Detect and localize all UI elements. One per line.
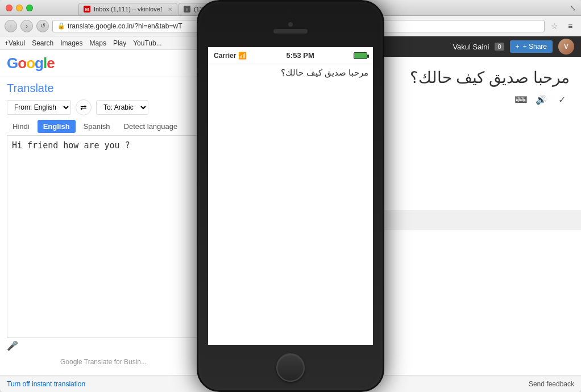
bookmark-search[interactable]: Search xyxy=(32,39,53,47)
speaker-icon[interactable]: 🔊 xyxy=(533,91,549,107)
logo-o2: o xyxy=(26,55,35,72)
send-feedback-link[interactable]: Send feedback xyxy=(529,380,574,388)
lang-tab-spanish[interactable]: Spanish xyxy=(78,120,116,133)
iphone-app-content: مرحبا صديق كيف حالك؟ xyxy=(208,64,373,345)
bookmark-youtube[interactable]: YouTub... xyxy=(133,39,161,47)
to-language-select[interactable]: To: Arabic xyxy=(96,100,148,115)
share-button[interactable]: + + Share xyxy=(510,40,553,53)
check-icon[interactable]: ✓ xyxy=(554,91,570,107)
language-tabs: Hindi English Spanish Detect language xyxy=(7,120,200,133)
back-button[interactable]: ‹ xyxy=(5,20,17,32)
tab-label: Inbox (1,111) – vkinlove13@... xyxy=(94,6,162,12)
bookmark-bar: +Vakul Search Images Maps Play YouTub... xyxy=(0,36,207,50)
iphone-body: Carrier 📶 5:53 PM مرحبا صديق كيف حالك؟ xyxy=(197,0,384,392)
iphone-camera xyxy=(288,22,293,27)
tab-gmail[interactable]: M Inbox (1,111) – vkinlove13@... ✕ xyxy=(78,3,177,15)
iphone-overlay: Carrier 📶 5:53 PM مرحبا صديق كيف حالك؟ xyxy=(197,0,384,392)
lang-tab-english[interactable]: English xyxy=(38,120,76,133)
refresh-button[interactable]: ↺ xyxy=(36,20,49,32)
turn-off-instant-translation-link[interactable]: Turn off instant translation xyxy=(7,380,85,388)
detect-language-button[interactable]: Detect language xyxy=(118,120,184,133)
iphone-top xyxy=(198,2,383,47)
iphone-bottom xyxy=(198,345,383,390)
keyboard-icon[interactable]: ⌨ xyxy=(513,91,529,107)
bottom-right-links: Send feedback xyxy=(529,380,574,388)
from-language-select[interactable]: From: English xyxy=(7,100,71,115)
battery-indicator xyxy=(354,52,367,59)
user-avatar[interactable]: V xyxy=(558,39,574,55)
translate-input[interactable] xyxy=(7,135,200,338)
plus-count: 0 xyxy=(495,43,504,51)
traffic-lights xyxy=(6,5,33,11)
bookmark-play[interactable]: Play xyxy=(113,39,126,47)
share-plus-icon: + xyxy=(516,43,520,51)
close-window-button[interactable] xyxy=(6,5,13,11)
swap-icon: ⇄ xyxy=(80,103,87,112)
status-time: 5:53 PM xyxy=(287,51,314,60)
swap-languages-button[interactable]: ⇄ xyxy=(76,99,92,115)
user-name: Vakul Saini xyxy=(453,43,489,51)
menu-button[interactable]: ≡ xyxy=(564,20,576,32)
left-panel: +Vakul Search Images Maps Play YouTub...… xyxy=(0,36,208,375)
mic-row: 🎤 xyxy=(7,338,200,353)
bookmark-maps[interactable]: Maps xyxy=(90,39,106,47)
iphone-status-bar: Carrier 📶 5:53 PM xyxy=(208,47,373,64)
url-text: translate.google.co.in/?hl=en&tab=wT xyxy=(68,22,182,30)
logo-o1: o xyxy=(18,55,26,72)
google-logo[interactable]: Google xyxy=(7,55,55,72)
carrier-label: Carrier xyxy=(214,52,236,60)
iphone-arabic-text: مرحبا صديق كيف حالك؟ xyxy=(281,68,368,77)
bookmark-images[interactable]: Images xyxy=(60,39,82,47)
minimize-window-button[interactable] xyxy=(16,5,23,11)
google-header: Google xyxy=(0,50,207,77)
microphone-icon[interactable]: 🎤 xyxy=(7,340,18,351)
logo-g: G xyxy=(7,55,18,72)
business-text: Google Translate for Busin... xyxy=(7,353,200,370)
lang-tab-hindi[interactable]: Hindi xyxy=(7,120,35,133)
translate-section: Translate From: English ⇄ To: Arabic Hin… xyxy=(0,77,207,375)
translate-title: Translate xyxy=(7,82,200,95)
iphone-home-button[interactable] xyxy=(276,353,305,382)
wifi-icon: 📶 xyxy=(238,52,247,60)
bookmark-button[interactable]: ☆ xyxy=(548,20,561,32)
iphone-speaker xyxy=(273,29,308,34)
logo-g2: g xyxy=(35,55,43,72)
result-actions: ⌨ 🔊 ✓ xyxy=(513,91,570,107)
forward-button[interactable]: › xyxy=(20,20,33,32)
arabic-translation-result: مرحبا صديق كيف حالك؟ xyxy=(410,68,570,87)
share-label: + Share xyxy=(523,43,547,51)
gmail-favicon: M xyxy=(84,6,90,12)
logo-e: e xyxy=(47,55,54,72)
ssl-icon: 🔒 xyxy=(57,22,65,30)
maximize-window-button[interactable] xyxy=(26,5,33,11)
iphone-screen: Carrier 📶 5:53 PM مرحبا صديق كيف حالك؟ xyxy=(208,47,373,345)
translate-controls: From: English ⇄ To: Arabic xyxy=(7,99,200,115)
ios-favicon: i xyxy=(184,6,190,12)
tab-close-button[interactable]: ✕ xyxy=(168,6,172,12)
resize-button[interactable]: ⤡ xyxy=(570,3,576,12)
bookmark-vakul[interactable]: +Vakul xyxy=(5,39,25,47)
